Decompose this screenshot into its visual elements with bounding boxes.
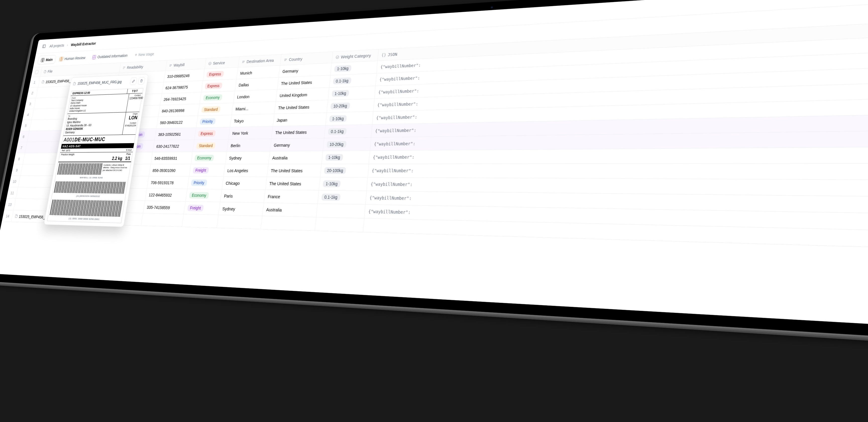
cell-weight[interactable]: 20-100kg [320, 164, 369, 177]
cell-weight[interactable] [316, 204, 366, 218]
tab-outdated-info[interactable]: Outdated Information [89, 51, 131, 62]
cell-service[interactable] [182, 214, 219, 228]
cell-weight[interactable]: 10-20kg [323, 138, 371, 151]
grid-icon [92, 55, 96, 59]
cell-waybill[interactable]: 122-84465932 [145, 189, 188, 202]
breadcrumb-root[interactable]: All projects [49, 43, 65, 48]
cell-destination[interactable]: Berlin [227, 139, 272, 151]
cell-waybill[interactable] [141, 213, 184, 227]
cell-waybill[interactable]: 840-28136998 [158, 104, 200, 117]
cell-service[interactable]: Express [203, 67, 238, 80]
cell-weight[interactable]: 1-10kg [326, 112, 373, 125]
cell-destination[interactable]: Miami... [232, 102, 276, 115]
cell-country[interactable]: Australia [269, 151, 323, 164]
cell-waybill[interactable]: 310-09685246 [164, 69, 205, 82]
cell-waybill[interactable]: 383-10502561 [155, 128, 196, 140]
cell-country[interactable]: The United States [272, 126, 326, 139]
cell-country[interactable]: Germany [270, 139, 324, 151]
new-stage-label: New stage [138, 52, 154, 57]
waybill-ref: Ref: 1873 [62, 149, 70, 152]
cell-country[interactable]: United Kingdom [276, 88, 330, 102]
cell-service[interactable]: Freight [189, 164, 225, 177]
cell-destination[interactable]: London [234, 90, 278, 103]
barcode [50, 200, 123, 217]
cell-waybill[interactable]: 560-39463122 [156, 116, 198, 128]
cell-service[interactable]: Express [202, 79, 237, 92]
file-icon [43, 70, 47, 73]
tab-human-review[interactable]: Human Review [56, 54, 89, 64]
cell-service[interactable]: Freight [184, 202, 220, 215]
cell-destination[interactable]: Sydney [225, 152, 270, 164]
cell-country[interactable]: Japan [273, 113, 327, 126]
svg-rect-0 [42, 45, 46, 48]
cell-country[interactable]: Germany [279, 63, 332, 78]
column-header-waybill[interactable]: Waybill [165, 59, 206, 71]
new-stage-button[interactable]: + New stage [131, 49, 158, 59]
weight-chip: 10-20kg [327, 141, 347, 148]
cell-weight[interactable]: 1-10kg [322, 151, 370, 164]
cell-service[interactable]: Standard [193, 140, 228, 152]
cell-weight[interactable]: 0.1-1kg [324, 125, 372, 138]
cell-weight[interactable] [315, 217, 365, 232]
cell-weight[interactable]: 10-20kg [327, 99, 375, 113]
service-chip: Standard [202, 106, 221, 113]
plus-icon: + [135, 53, 137, 57]
column-header-weight[interactable]: Weight Category [332, 50, 379, 63]
column-header-service[interactable]: Service [205, 57, 240, 69]
cell-country[interactable]: The United States [275, 100, 328, 114]
cell-service[interactable]: Economy [191, 152, 227, 164]
cell-country[interactable] [261, 216, 316, 231]
waybill-contents: Contents: Lithium Metal B atteries · Dan… [102, 162, 131, 176]
cell-waybill[interactable]: 630-24177622 [153, 140, 194, 152]
camera-notch [490, 6, 493, 9]
weight-chip: 10-20kg [331, 102, 350, 110]
service-chip: Economy [189, 192, 209, 199]
cell-destination[interactable]: New York [228, 127, 273, 140]
cell-service[interactable]: Economy [186, 189, 222, 202]
waybill-plate: 1/1 [125, 156, 131, 161]
delete-file-button[interactable] [138, 77, 146, 85]
service-chip: Standard [196, 143, 216, 149]
cell-destination[interactable]: Chicago [222, 177, 267, 190]
service-chip: Economy [203, 94, 222, 101]
cell-service[interactable]: Priority [196, 115, 232, 128]
cell-weight[interactable]: 1-10kg [328, 86, 376, 100]
cell-destination[interactable]: Paris [220, 190, 266, 203]
cell-waybill[interactable]: 546-83559931 [151, 152, 193, 164]
cell-country[interactable]: France [264, 190, 319, 204]
cell-destination[interactable]: Dallas [235, 78, 279, 91]
cell-country[interactable]: Australia [262, 203, 318, 217]
edit-file-button[interactable] [130, 78, 137, 85]
cell-service[interactable]: Standard [198, 103, 234, 116]
cell-waybill[interactable]: 624-36798075 [162, 81, 203, 93]
cell-destination[interactable] [217, 215, 262, 229]
tab-label: Outdated Information [97, 53, 128, 59]
cell-service[interactable]: Priority [188, 177, 224, 189]
cell-destination[interactable]: Los Angeles [224, 164, 269, 177]
cell-waybill[interactable]: 264-76923425 [160, 92, 202, 105]
cell-destination[interactable]: Munich [237, 66, 280, 79]
cell-country[interactable]: The United States [278, 76, 331, 89]
cell-country[interactable]: The United States [266, 177, 320, 190]
cell-waybill[interactable]: 706-59193178 [147, 177, 189, 189]
tab-main[interactable]: Main [37, 55, 57, 65]
cell-weight[interactable]: 1-10kg [331, 61, 378, 75]
weight-chip: 1-10kg [332, 90, 349, 97]
cell-weight[interactable]: 0.1-1kg [318, 191, 367, 205]
cell-service[interactable]: Express [195, 127, 230, 140]
cell-waybill[interactable]: 856-39301090 [149, 164, 191, 176]
toggle-sidebar-button[interactable] [41, 43, 48, 50]
waybill-barcode-caption: WAYBILL 31 0968 5246 [55, 176, 129, 181]
column-header-destination[interactable]: Destination Area [238, 55, 281, 67]
cell-country[interactable]: The United States [267, 164, 322, 177]
cell-weight[interactable]: 1-10kg [319, 177, 368, 191]
cell-destination[interactable]: Tokyo [230, 114, 275, 127]
waybill-carrier: TDT [127, 88, 143, 94]
check-circle-icon [336, 55, 340, 59]
cell-destination[interactable]: Sydney [219, 202, 264, 216]
trash-icon [140, 79, 144, 83]
file-icon [72, 82, 76, 86]
cell-service[interactable]: Economy [200, 91, 235, 104]
cell-weight[interactable]: 0.1-1kg [330, 73, 377, 88]
cell-waybill[interactable]: 335-74158559 [143, 201, 186, 214]
